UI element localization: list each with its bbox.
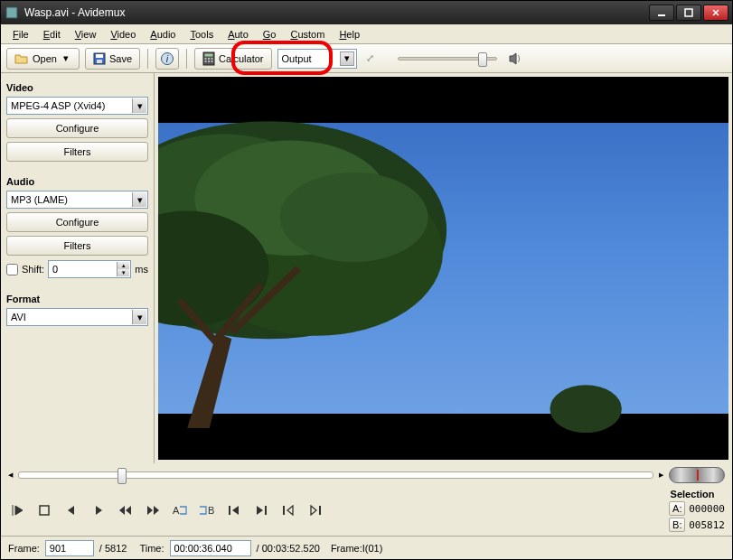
next-black-frame-button[interactable]	[306, 502, 324, 518]
timeline-slider[interactable]	[18, 471, 653, 479]
spin-up-icon[interactable]: ▲	[117, 262, 129, 269]
audio-codec-combo[interactable]: MP3 (LAME) ▾	[6, 191, 148, 209]
svg-rect-2	[685, 9, 692, 16]
minimize-button[interactable]	[649, 5, 674, 21]
goto-end-button[interactable]	[252, 502, 270, 518]
video-codec-value: MPEG-4 ASP (Xvid4)	[11, 100, 105, 111]
preview-pane	[155, 73, 732, 463]
slider-thumb[interactable]	[478, 52, 487, 67]
svg-rect-10	[205, 58, 207, 60]
video-codec-combo[interactable]: MPEG-4 ASP (Xvid4) ▾	[6, 97, 148, 115]
next-keyframe-button[interactable]	[144, 502, 162, 518]
shift-checkbox[interactable]	[6, 264, 18, 275]
titlebar[interactable]: Wasp.avi - Avidemux	[1, 1, 732, 24]
shift-value-spinner[interactable]: 0 ▲▼	[48, 260, 131, 278]
selection-b-value: 005812	[689, 519, 725, 531]
audio-filters-button[interactable]: Filters	[6, 236, 148, 256]
set-marker-b-button[interactable]: B	[198, 502, 216, 518]
open-label: Open	[33, 53, 57, 64]
timeline-start-icon: ◀	[8, 471, 13, 479]
play-button[interactable]	[8, 502, 26, 518]
toolbar: Open ▾ Save i Calculator Output ▾ ⤢	[1, 44, 732, 73]
format-value: AVI	[11, 312, 26, 322]
prev-keyframe-button[interactable]	[117, 502, 135, 518]
svg-rect-26	[229, 506, 230, 515]
menu-tools[interactable]: Tools	[183, 27, 220, 42]
info-icon: i	[160, 51, 174, 66]
svg-rect-14	[208, 61, 210, 62]
menu-auto[interactable]: Auto	[221, 27, 255, 42]
svg-rect-13	[205, 61, 207, 62]
expand-icon[interactable]: ⤢	[366, 52, 374, 64]
menu-custom[interactable]: Custom	[284, 27, 331, 42]
volume-slider[interactable]	[398, 57, 497, 61]
frame-input[interactable]: 901	[45, 540, 94, 556]
svg-rect-29	[319, 506, 321, 515]
chevron-down-icon[interactable]: ▾	[132, 192, 146, 207]
svg-rect-15	[211, 61, 213, 62]
svg-rect-9	[205, 53, 213, 56]
video-configure-button[interactable]: Configure	[6, 118, 148, 138]
calculator-button[interactable]: Calculator	[194, 48, 272, 70]
calculator-icon	[202, 51, 215, 66]
info-button[interactable]: i	[155, 48, 179, 70]
menu-video[interactable]: Video	[104, 27, 142, 42]
svg-point-22	[550, 385, 622, 433]
toolbar-separator	[147, 49, 148, 69]
time-label: Time:	[139, 543, 164, 554]
folder-open-icon	[14, 52, 29, 65]
format-section-label: Format	[6, 294, 148, 304]
goto-start-button[interactable]	[225, 502, 243, 518]
open-button[interactable]: Open ▾	[6, 48, 80, 70]
speaker-icon[interactable]	[508, 52, 522, 65]
close-button[interactable]	[703, 5, 728, 21]
toolbar-separator-2	[186, 49, 187, 69]
goto-marker-a-button[interactable]: A:	[669, 501, 685, 516]
next-frame-button[interactable]	[89, 502, 108, 518]
svg-rect-0	[6, 7, 17, 18]
shift-unit: ms	[135, 264, 148, 275]
menu-file[interactable]: File	[6, 27, 35, 42]
statusbar: Frame: 901 / 5812 Time: 00:00:36.040 / 0…	[1, 536, 732, 559]
frame-total: / 5812	[99, 543, 127, 554]
video-filters-button[interactable]: Filters	[6, 142, 148, 162]
app-window: Wasp.avi - Avidemux FileEditViewVideoAud…	[0, 0, 733, 560]
time-input[interactable]: 00:00:36.040	[170, 540, 251, 556]
goto-marker-b-button[interactable]: B:	[669, 518, 685, 532]
frame-label: Frame:	[8, 543, 40, 554]
open-dropdown-arrow-icon[interactable]: ▾	[61, 52, 71, 64]
selection-panel: Selection A: 000000 B: 005812	[660, 489, 725, 532]
format-combo[interactable]: AVI ▾	[6, 308, 148, 326]
set-marker-a-button[interactable]: A	[171, 502, 189, 518]
chevron-down-icon[interactable]: ▾	[132, 310, 146, 324]
stop-button[interactable]	[35, 502, 53, 518]
timeline-end-icon: ▶	[659, 471, 663, 479]
chevron-down-icon[interactable]: ▾	[132, 98, 146, 113]
main-body: Video MPEG-4 ASP (Xvid4) ▾ Configure Fil…	[1, 73, 732, 463]
prev-black-frame-button[interactable]	[279, 502, 297, 518]
zoom-output-combo[interactable]: Output ▾	[277, 49, 357, 69]
calculator-label: Calculator	[219, 53, 264, 64]
timeline-area: ◀ ▶	[1, 463, 732, 485]
background-tree	[546, 373, 625, 414]
menu-edit[interactable]: Edit	[37, 27, 67, 42]
audio-configure-button[interactable]: Configure	[6, 212, 148, 232]
video-frame-image	[158, 123, 728, 414]
menu-go[interactable]: Go	[257, 27, 283, 42]
prev-frame-button[interactable]	[62, 502, 80, 518]
jog-wheel[interactable]	[669, 467, 725, 483]
svg-rect-4	[96, 54, 103, 58]
menu-view[interactable]: View	[69, 27, 103, 42]
menu-help[interactable]: Help	[333, 27, 366, 42]
svg-rect-11	[208, 58, 210, 60]
maximize-button[interactable]	[676, 5, 701, 21]
save-button[interactable]: Save	[85, 48, 140, 70]
svg-point-21	[279, 173, 428, 262]
zoom-output-value: Output	[282, 53, 312, 64]
timeline-thumb[interactable]	[117, 468, 127, 484]
chevron-down-icon[interactable]: ▾	[340, 51, 354, 66]
window-title: Wasp.avi - Avidemux	[24, 6, 649, 19]
menu-audio[interactable]: Audio	[144, 27, 182, 42]
video-preview[interactable]	[158, 77, 728, 460]
spin-down-icon[interactable]: ▼	[117, 269, 129, 276]
